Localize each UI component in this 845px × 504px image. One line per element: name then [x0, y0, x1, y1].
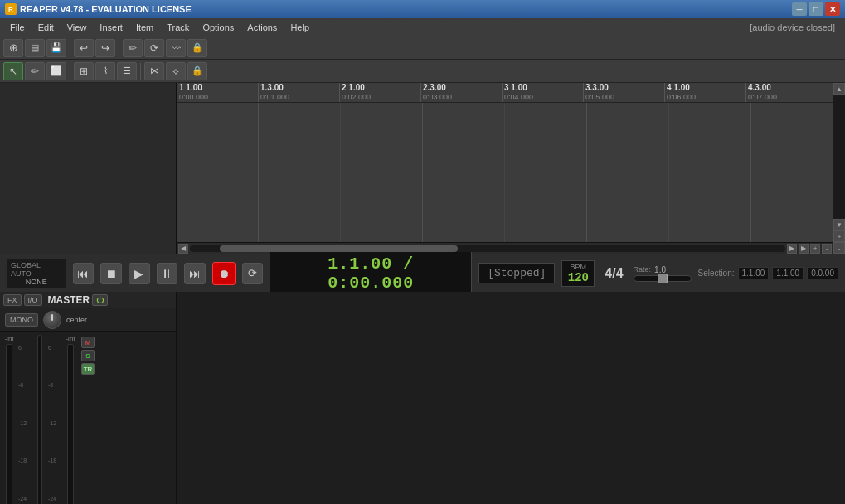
menu-item[interactable]: Item: [129, 21, 160, 34]
toolbar-lock[interactable]: 🔒: [187, 39, 207, 57]
close-button[interactable]: ✕: [825, 2, 840, 16]
rate-thumb[interactable]: [658, 274, 668, 284]
v-scroll-track[interactable]: [833, 94, 845, 219]
menu-track[interactable]: Track: [160, 21, 196, 34]
trim-button[interactable]: TR: [81, 363, 95, 375]
toolbar-snap[interactable]: ⌇: [95, 62, 115, 80]
menu-options[interactable]: Options: [196, 21, 240, 34]
vu-scale-left: 6 -6 -12 -18 -24 -30 -36 -42 -inf: [18, 335, 32, 504]
ruler-mark-4: 2.3.00 0:03.000: [420, 83, 452, 102]
grid-col-1: [177, 103, 259, 242]
channel-buttons: M S TR: [80, 335, 96, 504]
toolbar-redo[interactable]: ↪: [95, 39, 115, 57]
window-title: REAPER v4.78 - EVALUATION LICENSE: [20, 4, 792, 14]
toolbar-save[interactable]: 💾: [46, 39, 66, 57]
toolbar-split[interactable]: ☰: [117, 62, 137, 80]
master-label: MASTER: [48, 294, 90, 306]
ruler-mark-7: 4 1.00 0:06.000: [664, 83, 696, 102]
toolbar-pencil2[interactable]: ✏: [25, 62, 45, 80]
v-scroll-up[interactable]: ▲: [833, 83, 845, 94]
mono-button[interactable]: MONO: [5, 313, 38, 327]
menu-actions[interactable]: Actions: [240, 21, 284, 34]
grid-col-7: [669, 103, 751, 242]
vu-right-label: -inf: [66, 335, 75, 342]
solo-button[interactable]: S: [81, 350, 95, 361]
record-button[interactable]: ⏺: [212, 262, 236, 285]
io-button[interactable]: I/O: [24, 294, 42, 306]
menu-view[interactable]: View: [61, 21, 94, 34]
transport-bar: GLOBAL AUTO NONE ⏮ ⏹ ▶ ⏸ ⏭ ⏺ ⟳ 1.1.00 / …: [0, 254, 845, 292]
toolbar-eraser[interactable]: ⬜: [46, 62, 66, 80]
timeline-ruler[interactable]: 1 1.00 0:00.000 1.3.00 0:01.000 2 1.00 0…: [177, 83, 833, 103]
minimize-button[interactable]: ─: [792, 2, 807, 16]
toolbar-pencil[interactable]: ✏: [123, 39, 143, 57]
vu-meter-left: -inf: [2, 335, 17, 504]
fx-button[interactable]: FX: [3, 294, 22, 306]
window-controls[interactable]: ─ □ ✕: [792, 2, 840, 16]
bpm-value[interactable]: 120: [568, 271, 589, 284]
menu-file[interactable]: File: [3, 21, 32, 34]
auto-value[interactable]: NONE: [26, 278, 47, 286]
grid-col-8: [751, 103, 833, 242]
ruler-mark-6: 3.3.00 0:05.000: [583, 83, 614, 102]
toolbar-grid[interactable]: ⊞: [74, 62, 94, 80]
scroll-plus-btn[interactable]: +: [810, 244, 820, 254]
ruler-mark-8: 4.3.00 0:07.000: [745, 83, 777, 102]
mute-button[interactable]: M: [81, 337, 95, 348]
toolbar-crossfade[interactable]: ⋈: [144, 62, 164, 80]
toolbar-undo[interactable]: ↩: [74, 39, 94, 57]
pan-knob[interactable]: [43, 311, 61, 329]
toolbar-waves[interactable]: 〰: [166, 39, 186, 57]
toolbar-lock2[interactable]: 🔒: [187, 62, 207, 80]
menu-help[interactable]: Help: [284, 21, 316, 34]
ruler-mark-3: 2 1.00 0:02.000: [339, 83, 371, 102]
toolbar-open[interactable]: ▤: [25, 39, 45, 57]
v-scroll-minus[interactable]: -: [833, 242, 845, 254]
maximize-button[interactable]: □: [809, 2, 823, 16]
stop-button[interactable]: ⏹: [100, 263, 122, 284]
v-scroll-down[interactable]: ▼: [833, 219, 845, 230]
toolbar-new[interactable]: ⊕: [3, 39, 23, 57]
menu-insert[interactable]: Insert: [93, 21, 129, 34]
bpm-display[interactable]: BPM 120: [561, 260, 595, 287]
grid-container: [177, 103, 833, 242]
skip-back-button[interactable]: ⏮: [73, 263, 95, 284]
time-signature[interactable]: 4/4: [601, 266, 626, 281]
scroll-play-btn[interactable]: ▶: [799, 244, 809, 254]
selection-start: 1.1.00: [738, 267, 770, 279]
grid-col-4: [423, 103, 505, 242]
ruler-mark-1: 1 1.00 0:00.000: [177, 83, 208, 102]
scroll-right-btn[interactable]: ▶: [787, 244, 797, 254]
toolbar-cursor[interactable]: ↖: [3, 62, 23, 80]
auto-label: GLOBAL AUTO: [11, 261, 62, 278]
scroll-minus-btn[interactable]: -: [822, 244, 832, 254]
ruler-line-1: [258, 83, 259, 102]
rate-display: Rate: 1.0: [634, 265, 692, 282]
ruler-mark-5: 3 1.00 0:04.000: [502, 83, 533, 102]
time-display: 1.1.00 / 0:00.000: [270, 250, 472, 297]
selection-display: Selection: 1.1.00 1.1.00 0.0.00: [698, 267, 838, 279]
pan-label: center: [66, 316, 87, 324]
vu-track-right: [67, 344, 74, 504]
rate-label: Rate:: [634, 265, 652, 274]
master-fader[interactable]: [33, 335, 46, 504]
power-button[interactable]: ⏻: [92, 294, 108, 306]
h-scroll-thumb[interactable]: [220, 245, 458, 252]
play-button[interactable]: ▶: [129, 263, 150, 284]
fader-track[interactable]: [37, 335, 42, 504]
menu-edit[interactable]: Edit: [32, 21, 61, 34]
main-area: 1 1.00 0:00.000 1.3.00 0:01.000 2 1.00 0…: [0, 83, 845, 254]
skip-forward-button[interactable]: ⏭: [184, 263, 206, 284]
track-content[interactable]: [177, 103, 833, 242]
rate-slider[interactable]: [634, 275, 692, 282]
pause-button[interactable]: ⏸: [157, 263, 178, 284]
h-scroll-track[interactable]: [190, 245, 785, 252]
toolbar-loop[interactable]: ⟳: [144, 39, 164, 57]
app-icon: R: [5, 3, 17, 15]
repeat-button[interactable]: ⟳: [242, 263, 264, 284]
v-scrollbar[interactable]: ▲ ▼ + -: [833, 83, 845, 254]
scroll-left-btn[interactable]: ◀: [178, 244, 188, 254]
grid-col-2: [259, 103, 341, 242]
toolbar-ripple[interactable]: ⟡: [166, 62, 186, 80]
v-scroll-plus[interactable]: +: [833, 230, 845, 242]
